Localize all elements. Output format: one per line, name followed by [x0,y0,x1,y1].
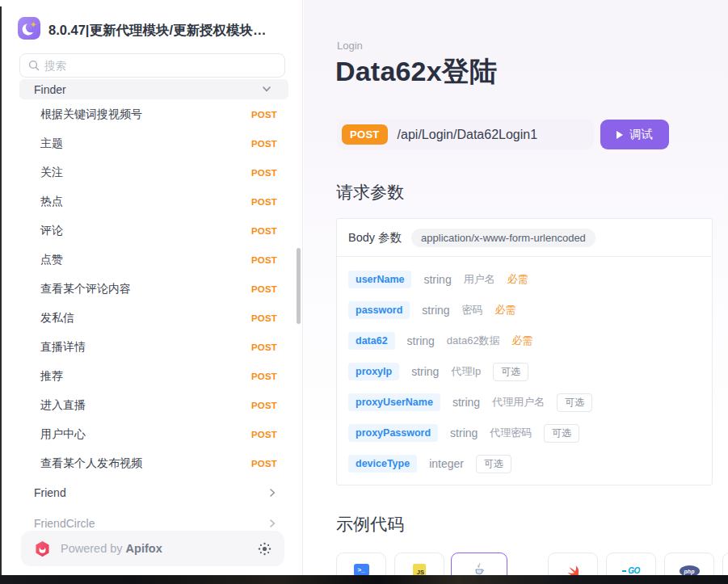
sidebar-item[interactable]: 推荐 POST [2,362,303,391]
param-type: string [450,426,478,439]
param-desc: 代理Ip [451,364,481,379]
sidebar-item[interactable]: 热点 POST [2,187,303,216]
apifox-logo [34,540,51,557]
sidebar-item-label: 根据关键词搜视频号 [40,107,142,122]
go-icon: GO [622,566,640,575]
method-badge: POST [251,430,277,439]
param-badge: 必需 [507,272,528,287]
sidebar-section-friend[interactable]: Friend [2,478,303,507]
sidebar-scrollbar-thumb[interactable] [297,248,301,324]
sidebar-item[interactable]: 关注 POST [2,158,303,187]
app-window: 8.0.47|更新代理模块/更新授权模块… Finder 根据关键词搜视频号 [0,0,728,584]
method-badge: POST [251,342,277,352]
param-badge: 可选 [493,363,528,381]
sidebar-item-label: 热点 [40,195,63,209]
window-left-edge [0,6,2,575]
sidebar-item-label: 查看某个评论内容 [40,282,131,296]
endpoint-bar: POST /api/Login/Data62Login1 调试 [337,120,669,149]
sidebar-item[interactable]: 主题 POST [2,129,303,158]
sidebar-item-label: 主题 [40,137,63,151]
powershell-icon: >_ [354,564,369,576]
chevron-right-icon [270,519,276,527]
param-row[interactable]: userName string 用户名 必需 [348,264,701,295]
sidebar-section-finder[interactable]: Finder [19,79,288,99]
param-desc: 用户名 [464,272,495,287]
sidebar-item[interactable]: 查看某个人发布视频 POST [2,449,303,478]
sidebar-item[interactable]: 用户中心 POST [2,420,303,449]
method-badge: POST [251,168,277,178]
taskbar-strip [0,575,728,584]
sidebar-item[interactable]: 进入直播 POST [2,391,303,420]
param-badge: 必需 [512,334,533,348]
search-box[interactable] [19,53,285,78]
search-input[interactable] [44,60,276,72]
param-name: data62 [348,332,395,350]
sidebar-item[interactable]: 根据关键词搜视频号 POST [2,100,303,129]
play-icon [616,131,623,139]
body-params-label: Body 参数 [348,230,402,246]
theme-toggle sun-icon[interactable] [258,542,271,556]
breadcrumb: Login [337,40,363,52]
page-title: Data62x登陆 [335,53,497,90]
param-badge: 必需 [495,303,516,317]
method-badge: POST [251,459,277,468]
sample-code-heading: 示例代码 [336,513,404,536]
endpoint-path-box[interactable]: POST /api/Login/Data62Login1 [337,120,594,149]
param-row[interactable]: proxyUserName string 代理用户名 可选 [348,387,701,418]
sidebar-item-label: 评论 [40,224,63,238]
param-name: proxyPassword [348,424,438,442]
param-row[interactable]: password string 密码 必需 [348,295,701,326]
sidebar-item-label: 进入直播 [40,398,86,413]
sidebar: 8.0.47|更新代理模块/更新授权模块… Finder 根据关键词搜视频号 [2,0,303,575]
param-type: integer [429,457,464,470]
param-name: userName [348,271,411,288]
sidebar-item[interactable]: 查看某个评论内容 POST [2,275,303,304]
request-params-heading: 请求参数 [336,181,404,204]
sidebar-item-label: 发私信 [40,311,74,326]
param-type: string [452,396,480,409]
param-list: userName string 用户名 必需 password string 密… [337,257,712,486]
method-badge: POST [251,372,277,381]
param-name: deviceType [348,455,417,473]
chevron-right-icon [270,489,276,497]
chevron-down-icon [263,86,271,92]
param-badge: 可选 [544,424,579,443]
friendcircle-section-label: FriendCircle [34,517,95,530]
param-row[interactable]: deviceType integer 可选 [348,448,701,479]
method-badge: POST [251,139,277,149]
param-name: password [348,301,410,319]
param-type: string [423,273,451,286]
powered-by-text: Powered by Apifox [61,542,162,555]
param-row[interactable]: proxyIp string 代理Ip 可选 [348,356,701,387]
sidebar-item[interactable]: 评论 POST [2,216,303,246]
friend-section-label: Friend [34,486,66,499]
param-desc: 代理密码 [490,426,532,440]
content-type-pill: application/x-www-form-urlencoded [411,229,595,247]
param-type: string [407,334,435,347]
post-method-badge: POST [342,124,388,145]
param-badge: 可选 [476,455,511,473]
param-badge: 可选 [557,393,592,412]
body-params-header: Body 参数 application/x-www-form-urlencode… [337,219,712,257]
sidebar-item-label: 直播详情 [40,340,86,355]
param-row[interactable]: data62 string data62数据 必需 [348,326,701,356]
param-type: string [411,365,439,378]
sidebar-item-label: 用户中心 [40,427,86,442]
request-params-card: Body 参数 application/x-www-form-urlencode… [336,218,713,485]
sidebar-item[interactable]: 点赞 POST [2,246,303,275]
search-icon [28,60,40,71]
finder-item-list: 根据关键词搜视频号 POST 主题 POST 关注 POST 热点 POST 评… [2,100,303,478]
param-name: proxyIp [348,363,399,380]
sidebar-item-label: 点赞 [40,253,63,267]
method-badge: POST [251,110,277,120]
sidebar-item-label: 关注 [40,166,63,180]
powered-by-footer[interactable]: Powered by Apifox [21,531,284,566]
debug-button[interactable]: 调试 [600,120,669,149]
main-content: Login Data62x登陆 POST /api/Login/Data62Lo… [304,0,728,575]
sidebar-item[interactable]: 发私信 POST [2,304,303,333]
param-row[interactable]: proxyPassword string 代理密码 可选 [348,418,701,448]
param-name: proxyUserName [348,393,440,411]
sidebar-item[interactable]: 直播详情 POST [2,333,303,362]
apifox-brand-text: Apifox [126,542,162,555]
sidebar-item-label: 推荐 [40,369,63,384]
